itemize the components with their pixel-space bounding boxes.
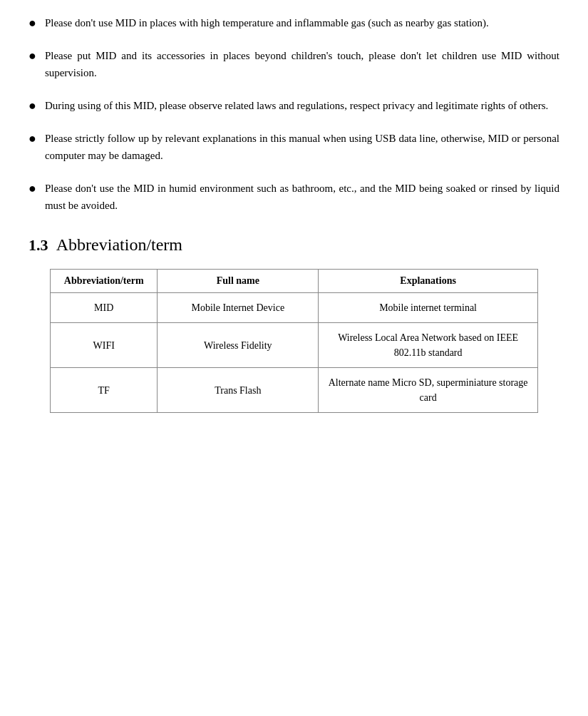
bullet-text: Please don't use the MID in humid enviro… bbox=[45, 180, 559, 214]
cell-abbr: WIFI bbox=[51, 323, 158, 368]
header-fullname: Full name bbox=[158, 270, 319, 293]
cell-fullname: Trans Flash bbox=[158, 368, 319, 413]
section-number: 1.3 bbox=[29, 236, 48, 254]
table-header-row: Abbreviation/term Full name Explanations bbox=[51, 270, 538, 293]
bullet-icon: ● bbox=[29, 48, 36, 63]
list-item: ● Please don't use the MID in humid envi… bbox=[29, 180, 559, 214]
bullet-list: ● Please don't use MID in places with hi… bbox=[29, 14, 559, 214]
abbreviation-table: Abbreviation/term Full name Explanations… bbox=[50, 269, 538, 413]
list-item: ● Please strictly follow up by relevant … bbox=[29, 130, 559, 164]
header-abbr: Abbreviation/term bbox=[51, 270, 158, 293]
bullet-icon: ● bbox=[29, 131, 36, 146]
cell-explanation: Alternate name Micro SD, superminiature … bbox=[319, 368, 538, 413]
abbreviation-table-container: Abbreviation/term Full name Explanations… bbox=[50, 269, 538, 413]
header-explanations: Explanations bbox=[319, 270, 538, 293]
section-heading: 1.3 Abbreviation/term bbox=[29, 235, 559, 255]
list-item: ● Please put MID and its accessories in … bbox=[29, 47, 559, 81]
bullet-text: Please strictly follow up by relevant ex… bbox=[45, 130, 559, 164]
list-item: ● Please don't use MID in places with hi… bbox=[29, 14, 559, 31]
bullet-icon: ● bbox=[29, 98, 36, 113]
cell-fullname: Wireless Fidelity bbox=[158, 323, 319, 368]
cell-explanation: Wireless Local Area Network based on IEE… bbox=[319, 323, 538, 368]
cell-abbr: TF bbox=[51, 368, 158, 413]
bullet-text: Please don't use MID in places with high… bbox=[45, 14, 489, 31]
cell-abbr: MID bbox=[51, 293, 158, 323]
bullet-icon: ● bbox=[29, 181, 36, 196]
table-row: TF Trans Flash Alternate name Micro SD, … bbox=[51, 368, 538, 413]
cell-explanation: Mobile internet terminal bbox=[319, 293, 538, 323]
list-item: ● During using of this MID, please obser… bbox=[29, 97, 559, 114]
section-title: Abbreviation/term bbox=[56, 235, 182, 254]
bullet-text: During using of this MID, please observe… bbox=[45, 97, 548, 114]
bullet-text: Please put MID and its accessories in pl… bbox=[45, 47, 559, 81]
table-row: MID Mobile Internet Device Mobile intern… bbox=[51, 293, 538, 323]
bullet-icon: ● bbox=[29, 16, 36, 31]
table-row: WIFI Wireless Fidelity Wireless Local Ar… bbox=[51, 323, 538, 368]
cell-fullname: Mobile Internet Device bbox=[158, 293, 319, 323]
